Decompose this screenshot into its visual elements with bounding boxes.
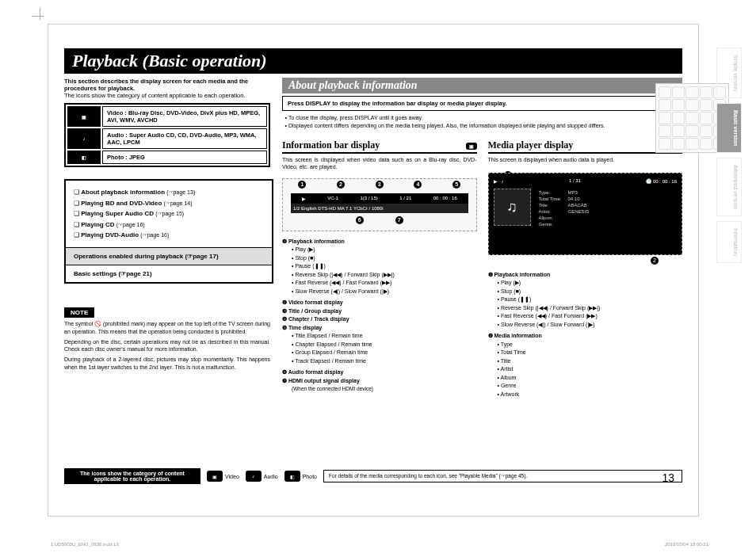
table-of-contents: About playback information (☞page 13) Pl… [64,179,273,284]
audio-icon: ♪ [246,471,262,482]
media-player-caption: This screen is displayed when audio data… [488,156,683,163]
media-player-heading: Media player display ♪ ◧ [488,139,683,154]
info-bar-caption: This screen is displayed when video data… [282,156,477,170]
page-number: 13 [662,471,674,484]
intro-text: This section describes the display scree… [64,78,274,99]
info-bar-definitions: ❶ Playback information• Play (▶)• Stop (… [282,238,477,393]
media-category-table: ▣Video : Blu-ray Disc, DVD-Video, DivX p… [64,103,270,167]
audio-icon: ♪ [67,128,101,149]
tab-advanced[interactable]: Advanced version [716,158,742,216]
display-instruction: Press DISPLAY to display the information… [282,96,682,111]
media-player-definitions: ❶ Playback information• Play (▶)• Stop (… [488,271,683,399]
video-icon: ▣ [207,471,223,482]
imprint-timestamp: 2010/10/04 18:00:21 [665,542,708,547]
info-bar-diagram: 12345 ▶ VC-1 1(3 / 15) 1 / 21 00 : 00 : … [282,178,477,231]
photo-icon: ◧ [67,151,101,164]
note-list: The symbol 🚫 (prohibited mark) may appea… [64,320,270,372]
photo-icon: ◧ [284,471,300,482]
artwork-icon: ♫ [494,189,531,226]
page-title: Playback (Basic operation) [64,48,682,74]
video-badge-icon: ▣ [466,143,477,150]
tab-basic[interactable]: Basic version [716,103,742,154]
about-playback-heading: About playback information [282,78,682,93]
tab-simple[interactable]: Simple version [716,48,742,98]
side-navigation: Simple version Basic version Advanced ve… [716,48,742,263]
music-note-icon: ♪ [502,179,504,184]
info-bar-heading: Information bar display ▣ [282,139,477,154]
about-bullets: To close the display, press DISPLAY unti… [282,114,682,130]
video-icon: ▣ [67,106,101,127]
imprint-filename: 1.UD5005U_ENG_0930.indd 13 [51,542,119,547]
tab-information[interactable]: Information [716,221,742,263]
note-heading: NOTE [64,307,94,318]
page-footer: The icons show the category of content a… [64,468,682,484]
language-label: ENGLISH [638,53,666,60]
media-player-diagram: ▶ ♪ 1 / 31 🕐 00 : 00 : 16 ♫ Type:MP3Tota… [488,173,683,255]
